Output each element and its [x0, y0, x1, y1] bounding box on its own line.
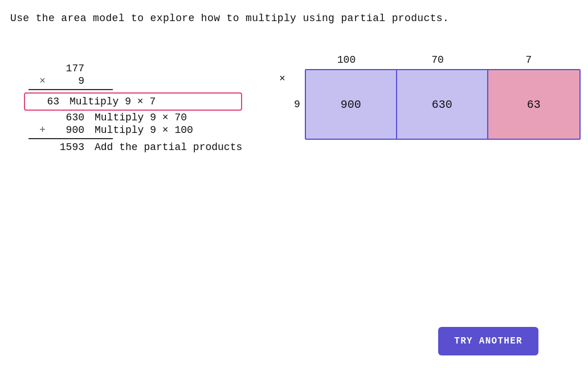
num-630: 630 — [50, 112, 84, 123]
try-another-button[interactable]: TRY ANOTHER — [438, 327, 538, 355]
times-sign-left: × — [28, 75, 46, 87]
prefix-900: + — [28, 124, 46, 136]
desc-630: Multiply 9 × 70 — [95, 112, 187, 123]
area-grid: 900 630 63 — [305, 69, 581, 140]
times-sign-right: × — [279, 73, 285, 84]
right-panel: 100 70 7 × 9 900 630 63 — [279, 54, 581, 140]
top-divider — [28, 89, 113, 90]
col-label-100: 100 — [301, 54, 392, 66]
desc-900: Multiply 9 × 100 — [95, 124, 193, 136]
col-label-70: 70 — [392, 54, 483, 66]
area-cell-630: 630 — [397, 70, 488, 139]
area-cell-63: 63 — [488, 70, 579, 139]
multiplicand: 177 — [50, 63, 84, 74]
partial-row-900: + 900 Multiply 9 × 100 — [28, 124, 242, 136]
bottom-divider — [28, 138, 113, 139]
area-cell-900: 900 — [306, 70, 397, 139]
total-number: 1593 — [50, 141, 84, 153]
total-row: 1593 Add the partial products — [28, 141, 242, 153]
row-label-9: 9 — [289, 99, 300, 110]
partial-63-desc: Multiply 9 × 7 — [70, 96, 156, 107]
total-description: Add the partial products — [95, 141, 242, 153]
highlighted-partial-row: 63 Multiply 9 × 7 — [24, 92, 242, 111]
area-body: × 9 900 630 63 — [279, 69, 581, 140]
left-panel: 177 × 9 63 Multiply 9 × 7 630 Multiply 9… — [28, 63, 242, 154]
num-900: 900 — [50, 124, 84, 136]
multiplier: 9 — [50, 75, 84, 87]
partial-row-630: 630 Multiply 9 × 70 — [28, 112, 242, 123]
partial-63: 63 — [30, 96, 59, 107]
col-label-7: 7 — [483, 54, 574, 66]
instruction-text: Use the area model to explore how to mul… — [10, 13, 449, 24]
